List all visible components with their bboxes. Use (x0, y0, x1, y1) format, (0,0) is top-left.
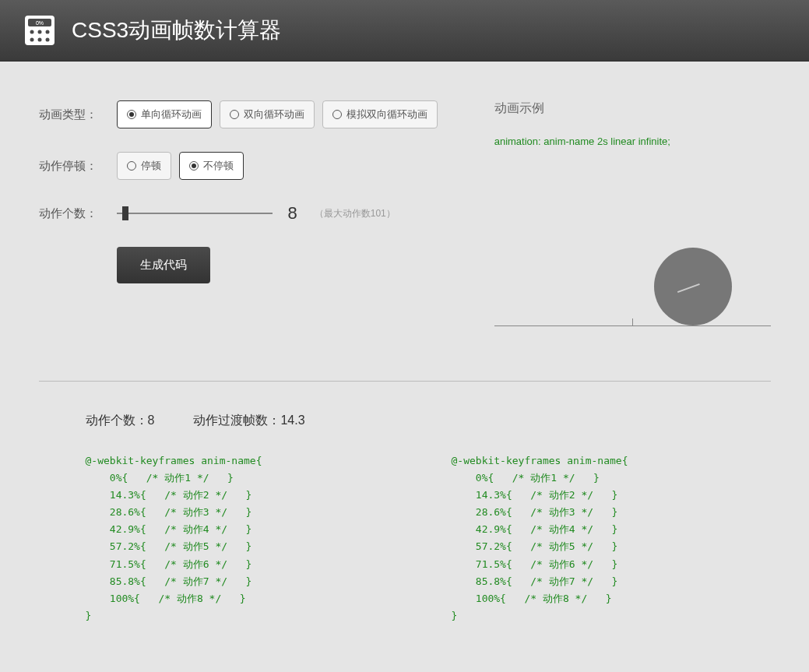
radio-type-1[interactable]: 双向循环动画 (220, 100, 315, 128)
radio-group-pause: 停顿不停顿 (117, 152, 244, 180)
field-count: 动作个数： 8 （最大动作数101） (39, 203, 463, 223)
radio-label: 模拟双向循环动画 (346, 107, 427, 121)
label-count: 动作个数： (39, 206, 117, 221)
svg-point-5 (46, 30, 50, 34)
field-pause: 动作停顿： 停顿不停顿 (39, 152, 463, 180)
animation-ball (654, 248, 732, 325)
app-header: 0% CSS3动画帧数计算器 (0, 0, 809, 62)
radio-icon (189, 161, 199, 171)
radio-type-2[interactable]: 模拟双向循环动画 (322, 100, 438, 128)
radio-icon (127, 110, 136, 119)
page-title: CSS3动画帧数计算器 (72, 16, 281, 45)
result-summary: 动作个数：8 动作过渡帧数：14.3 (86, 413, 771, 429)
summary-transition: 动作过渡帧数：14.3 (193, 413, 304, 429)
example-code: animation: anim-name 2s linear infinite; (494, 135, 771, 147)
calculator-icon: 0% (23, 14, 56, 47)
radio-pause-1[interactable]: 不停顿 (179, 152, 244, 180)
label-animation-type: 动画类型： (39, 107, 117, 122)
code-output-right: @-webkit-keyframes anim-name{ 0%{ /* 动作1… (452, 452, 771, 625)
radio-label: 不停顿 (203, 159, 234, 173)
count-slider[interactable] (117, 213, 273, 214)
radio-icon (332, 110, 342, 119)
radio-icon (127, 161, 136, 171)
svg-point-4 (38, 30, 42, 34)
generate-button[interactable]: 生成代码 (117, 247, 210, 283)
animation-stage (494, 163, 771, 326)
slider-thumb[interactable] (122, 206, 128, 220)
example-title: 动画示例 (494, 100, 771, 117)
radio-label: 单向循环动画 (141, 107, 202, 121)
radio-label: 双向循环动画 (244, 107, 304, 121)
code-output-left: @-webkit-keyframes anim-name{ 0%{ /* 动作1… (86, 452, 405, 625)
section-divider (39, 381, 771, 382)
svg-text:0%: 0% (36, 20, 44, 26)
radio-label: 停顿 (141, 159, 161, 173)
radio-pause-0[interactable]: 停顿 (117, 152, 171, 180)
field-animation-type: 动画类型： 单向循环动画双向循环动画模拟双向循环动画 (39, 100, 463, 128)
svg-point-8 (46, 38, 50, 42)
label-pause: 动作停顿： (39, 159, 117, 174)
radio-icon (230, 110, 239, 119)
svg-point-6 (30, 38, 34, 42)
slider-hint: （最大动作数101） (315, 207, 396, 220)
svg-point-3 (30, 30, 34, 34)
summary-count: 动作个数：8 (86, 413, 155, 429)
svg-point-7 (38, 38, 42, 42)
radio-type-0[interactable]: 单向循环动画 (117, 100, 212, 128)
slider-value: 8 (288, 203, 297, 223)
radio-group-type: 单向循环动画双向循环动画模拟双向循环动画 (117, 100, 438, 128)
